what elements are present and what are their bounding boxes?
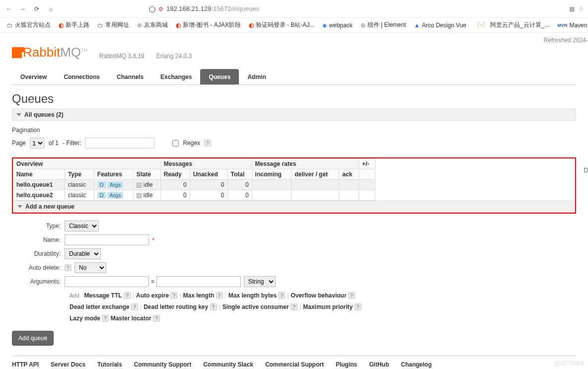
logo-icon bbox=[12, 47, 22, 58]
help-icon[interactable]: ? bbox=[153, 315, 160, 322]
bookmark-item[interactable]: ◐验证码登录 - B站-AJ... bbox=[246, 20, 318, 30]
page-select[interactable]: 1 bbox=[30, 138, 45, 148]
tab-admin[interactable]: Admin bbox=[239, 69, 274, 84]
star-icon[interactable]: ☆ bbox=[579, 5, 584, 12]
globe-icon: ⊕ bbox=[137, 22, 142, 29]
bookmark-item[interactable]: 〔-〕阿里云产品_云计算_... bbox=[471, 20, 552, 30]
argument-helper-link[interactable]: Dead letter exchange bbox=[70, 303, 130, 310]
col-group-rates: Message rates bbox=[252, 159, 359, 169]
argument-helper-link[interactable]: Lazy mode bbox=[70, 315, 100, 322]
add-argument-link[interactable]: Add bbox=[70, 293, 79, 298]
help-icon[interactable]: ? bbox=[291, 303, 297, 310]
help-icon[interactable]: ? bbox=[210, 303, 217, 310]
type-select[interactable]: Classic bbox=[65, 221, 99, 231]
col-header[interactable]: Type bbox=[65, 169, 94, 180]
page-title: Queues bbox=[12, 92, 576, 106]
bookmark-item[interactable]: 🗀常用网址 bbox=[94, 20, 132, 30]
help-icon[interactable]: ? bbox=[170, 292, 177, 299]
col-header[interactable]: incoming bbox=[252, 169, 292, 180]
durability-select[interactable]: Durable bbox=[65, 248, 101, 259]
reload-icon[interactable]: ⟳ bbox=[32, 4, 42, 14]
col-header[interactable]: State bbox=[133, 169, 160, 180]
tab-overview[interactable]: Overview bbox=[12, 69, 55, 84]
argument-key-input[interactable] bbox=[65, 276, 149, 287]
qr-icon[interactable]: ▦ bbox=[569, 5, 575, 12]
name-input[interactable] bbox=[65, 234, 149, 245]
help-icon[interactable]: ? bbox=[278, 292, 285, 299]
footer-link[interactable]: Commercial Support bbox=[265, 361, 324, 368]
help-icon[interactable]: ? bbox=[348, 292, 355, 299]
forward-icon[interactable]: → bbox=[18, 4, 28, 14]
bookmark-item[interactable]: ▲Arco Design Vue bbox=[411, 21, 470, 30]
help-icon[interactable]: ? bbox=[102, 315, 109, 322]
footer-link[interactable]: Community Support bbox=[134, 361, 191, 368]
bookmark-item[interactable]: ◆webpack bbox=[319, 21, 355, 30]
col-header[interactable]: Total bbox=[227, 169, 252, 180]
back-icon[interactable]: ← bbox=[4, 4, 14, 14]
all-queues-toggle[interactable]: All queues (2) bbox=[12, 109, 576, 121]
logo-tm: TM bbox=[81, 48, 87, 53]
columns-toggle[interactable]: +/- bbox=[359, 159, 375, 169]
bookmark-item[interactable]: 🗀火狐官方站点 bbox=[4, 20, 54, 30]
argument-helper-link[interactable]: Dead letter routing key bbox=[144, 303, 208, 310]
autodelete-help-icon[interactable]: ? bbox=[65, 264, 72, 271]
regex-checkbox[interactable] bbox=[172, 140, 179, 147]
bookmark-item[interactable]: ⊕京东商城 bbox=[134, 20, 171, 30]
insecure-icon: ⊘ bbox=[158, 5, 163, 12]
col-header[interactable]: Ready bbox=[160, 169, 190, 180]
argument-helper-link[interactable]: Message TTL bbox=[84, 292, 122, 299]
argument-helper-link[interactable]: Max length bytes bbox=[228, 292, 277, 299]
bookmark-item[interactable]: ◐新增-图书 - AJAX阶段 bbox=[173, 20, 244, 30]
tab-exchanges[interactable]: Exchanges bbox=[152, 69, 200, 84]
tab-connections[interactable]: Connections bbox=[55, 69, 108, 84]
argument-helper-link[interactable]: Auto expire bbox=[136, 292, 169, 299]
help-icon[interactable]: ? bbox=[355, 303, 362, 310]
tab-queues[interactable]: Queues bbox=[200, 69, 239, 84]
bookmarks-bar: 🗀火狐官方站点◐新手上路🗀常用网址⊕京东商城◐新增-图书 - AJAX阶段◐验证… bbox=[0, 18, 588, 33]
msgs-unacked: 0 bbox=[190, 190, 227, 201]
folder-icon: 🗀 bbox=[7, 22, 13, 29]
argument-helper-link[interactable]: Overflow behaviour bbox=[291, 292, 347, 299]
footer-link[interactable]: HTTP API bbox=[12, 361, 39, 368]
globe-icon: ⊕ bbox=[361, 22, 366, 29]
logo[interactable]: RabbitMQTM bbox=[12, 45, 87, 60]
help-icon[interactable]: ? bbox=[131, 303, 138, 310]
queue-name-link[interactable]: hello.queue1 bbox=[16, 181, 53, 188]
shield-icon: ◯ bbox=[149, 5, 155, 12]
argument-type-select[interactable]: String bbox=[244, 276, 276, 287]
argument-helper-link[interactable]: Max length bbox=[183, 292, 215, 299]
queue-name-link[interactable]: hello.queue2 bbox=[16, 192, 53, 199]
add-queue-toggle[interactable]: Add a new queue bbox=[13, 201, 575, 213]
refreshed-label: Refreshed 2024- bbox=[544, 37, 588, 44]
col-header[interactable]: ack bbox=[339, 169, 359, 180]
footer-link[interactable]: GitHub bbox=[369, 361, 389, 368]
filter-input[interactable] bbox=[85, 138, 154, 148]
argument-helper-link[interactable]: Maximum priority bbox=[303, 303, 353, 310]
browser-nav-bar: ← → ⟳ ⌂ ◯ ⊘ 192.168.21.129:15672/#/queue… bbox=[0, 0, 588, 18]
footer-link[interactable]: Tutorials bbox=[97, 361, 122, 368]
tab-channels[interactable]: Channels bbox=[108, 69, 152, 84]
argument-value-input[interactable] bbox=[156, 276, 241, 287]
help-icon[interactable]: ? bbox=[216, 292, 223, 299]
home-icon[interactable]: ⌂ bbox=[46, 4, 56, 14]
footer-link[interactable]: Community Slack bbox=[203, 361, 253, 368]
url-bar[interactable]: ◯ ⊘ 192.168.21.129:15672/#/queues bbox=[60, 5, 565, 12]
add-queue-button[interactable]: Add queue bbox=[12, 331, 54, 346]
footer-link[interactable]: Plugins bbox=[336, 361, 357, 368]
bookmark-item[interactable]: ⊕组件 | Element bbox=[358, 20, 409, 30]
footer-link[interactable]: Server Docs bbox=[51, 361, 85, 368]
bookmark-item[interactable]: ◐新手上路 bbox=[56, 20, 92, 30]
autodelete-select[interactable]: No bbox=[74, 262, 106, 273]
bookmark-item[interactable]: MVNMaven Repository: S... bbox=[554, 21, 588, 30]
regex-label: Regex bbox=[183, 140, 200, 147]
col-header[interactable]: Features bbox=[94, 169, 133, 180]
col-header[interactable]: Name bbox=[13, 169, 65, 180]
footer-link[interactable]: Changelog bbox=[401, 361, 432, 368]
arguments-label: Arguments: bbox=[12, 278, 65, 285]
col-header[interactable]: Unacked bbox=[190, 169, 227, 180]
argument-helper-link[interactable]: Master locator bbox=[111, 315, 151, 322]
argument-helper-link[interactable]: Single active consumer bbox=[222, 303, 289, 310]
help-icon[interactable]: ? bbox=[124, 292, 131, 299]
regex-help-icon[interactable]: ? bbox=[204, 140, 211, 147]
col-header[interactable]: deliver / get bbox=[292, 169, 339, 180]
